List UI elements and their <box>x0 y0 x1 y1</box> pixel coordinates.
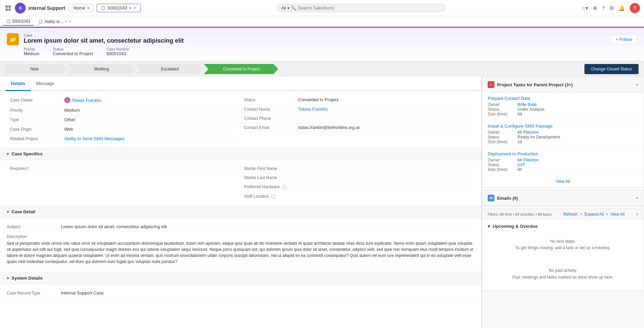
description-field: Description Sed ut perspiciatis unde omn… <box>7 232 474 268</box>
emails-header: ✉ Emails (0) ▾ <box>482 191 644 206</box>
task-prepare-owner-link[interactable]: Brille Babii <box>517 102 537 107</box>
add-icon[interactable]: ⊕ <box>593 5 597 11</box>
status-field: Status Converted to Project ✎ <box>244 95 471 105</box>
task-deployment-size-row: Size (time): 4h <box>488 167 638 172</box>
staff-location-field: Staff Location i ✎ <box>244 192 471 201</box>
task-prepare-owner-row: Owner: Brille Babii <box>488 102 638 107</box>
form-left-column: Case Owner T Tobias Franklin ✎ Priority <box>7 95 241 144</box>
case-owner-link[interactable]: Tobias Franklin <box>72 98 101 103</box>
sub-tab-ability-icon: 📋 <box>38 19 43 24</box>
filter-dropdown[interactable]: ▾ <box>636 212 638 217</box>
starter-first-name-field: Starter First Name ✎ <box>244 164 471 173</box>
sub-tab-icon: 📋 <box>6 19 11 23</box>
case-detail-fields: Subject Lorem ipsum dolor sit amet, cons… <box>0 218 481 272</box>
status-step-new[interactable]: New <box>5 64 66 74</box>
task-prepare-size-row: Size (time): 4d <box>488 112 638 116</box>
sub-tab-case[interactable]: 📋 00001043 <box>3 18 34 26</box>
priority-field: Priority Medium ✎ <box>10 106 237 115</box>
case-header: 📁 Case Lorem ipsum dolor sit amet, conse… <box>0 28 644 61</box>
activity-links: Refresh • Expand All • View All <box>563 212 625 217</box>
task-prepare-status-row: Status: Under Analysis <box>488 107 638 112</box>
activity-widget: Filters: All time • All activities • All… <box>482 209 644 290</box>
preferred-hardware-info[interactable]: i <box>282 185 287 190</box>
tab-message[interactable]: Message <box>31 77 60 91</box>
contact-name-field: Contact Name Tobias Franklin ✎ <box>244 105 471 114</box>
upcoming-title: ▾ Upcoming & Overdue <box>488 224 638 229</box>
no-next-steps: No next steps. To get things moving, add… <box>488 233 638 257</box>
related-project-link[interactable]: Ability to Send SMS Messages <box>64 136 125 141</box>
tab-details[interactable]: Details <box>5 77 31 91</box>
view-all-link[interactable]: View All <box>482 176 644 187</box>
project-tasks-dropdown[interactable]: ▾ <box>636 83 638 87</box>
task-install-link[interactable]: Install & Configure SMS Package <box>488 124 638 129</box>
starter-last-name-field: Starter Last Name ✎ <box>244 173 471 182</box>
panel-tabs: Details Message <box>0 77 481 91</box>
contact-phone-field: Contact Phone ✎ <box>244 114 471 123</box>
activity-filter: Filters: All time • All activities • All… <box>482 209 644 220</box>
status-meta: Status Converted to Project <box>53 47 93 56</box>
system-details-section[interactable]: ▾ System Details <box>0 272 481 284</box>
case-detail-section[interactable]: ▾ Case Detail <box>0 206 481 218</box>
change-closed-status-button[interactable]: Change Closed Status <box>584 64 639 74</box>
case-specifics-chevron: ▾ <box>7 152 9 156</box>
search-input[interactable] <box>298 5 441 10</box>
status-step-working[interactable]: Working <box>67 64 135 74</box>
main-content: Details Message Case Owner T Tobias Fran… <box>0 77 644 328</box>
help-icon[interactable]: ? <box>602 5 605 11</box>
emails-dropdown[interactable]: ▾ <box>636 196 638 200</box>
task-install-owner-link[interactable]: Mr Plikinton <box>517 130 539 135</box>
chevron-upcoming[interactable]: ▾ <box>488 224 490 229</box>
project-tasks-header: ≡ Project Tasks for Parent Project (3+) … <box>482 77 644 92</box>
contact-email-field: Contact Email tobias.franklin@thefrontli… <box>244 123 471 132</box>
nav-tab-case[interactable]: 📋 00001043 ▾ ✕ <box>96 4 141 12</box>
case-specifics-section[interactable]: ▾ Case Specifics <box>0 148 481 160</box>
all-select[interactable]: All ▾ <box>281 6 289 10</box>
case-number-meta: Case Number 00001043 <box>107 47 130 56</box>
nav-tab-close[interactable]: ✕ <box>133 6 136 10</box>
app-logo: S <box>15 3 26 14</box>
nav-tab-home[interactable]: Home ▾ <box>69 4 94 12</box>
case-title: Lorem ipsum dolor sit amet, consectetur … <box>24 37 184 44</box>
case-meta: Priority Medium Status Converted to Proj… <box>24 47 184 56</box>
subject-field: Subject Lorem ipsum dolor sit amet, cons… <box>7 222 474 232</box>
refresh-link[interactable]: Refresh <box>563 212 578 217</box>
preferred-hardware-field: Preferred Hardware i ✎ <box>244 182 471 192</box>
case-icon: 📁 <box>7 33 19 45</box>
task-install-size-row: Size (time): 1d <box>488 139 638 144</box>
view-all-activity-link[interactable]: View All <box>610 212 625 217</box>
case-info: Case Lorem ipsum dolor sit amet, consect… <box>24 33 184 56</box>
type-field: Type Other ✎ <box>10 115 237 125</box>
staff-location-info[interactable]: i <box>271 194 276 199</box>
task-prepare-link[interactable]: Prepare Contact Data <box>488 96 638 101</box>
priority-meta: Priority Medium <box>24 47 39 56</box>
sub-tab-ability-close[interactable]: ✕ <box>69 20 71 23</box>
status-step-escalated[interactable]: Escalated <box>135 64 203 74</box>
follow-button[interactable]: + Follow <box>610 35 637 44</box>
expand-all-link[interactable]: Expand All <box>584 212 604 217</box>
sub-tab-ability-label: Ability to ... <box>44 19 64 24</box>
emails-icon: ✉ <box>488 195 494 201</box>
case-type-label: Case <box>24 33 184 37</box>
case-record-type-field: Case Record Type Internal Support Case ✎ <box>7 288 474 298</box>
settings-icon[interactable]: ⚙ <box>609 5 614 11</box>
contact-name-link[interactable]: Tobias Franklin <box>298 107 328 112</box>
avatar[interactable]: T <box>630 3 640 13</box>
no-past-activity: No past activity. Past meetings and task… <box>488 262 638 286</box>
task-deployment-link[interactable]: Deployment to Production <box>488 151 638 156</box>
upcoming-section: ▾ Upcoming & Overdue No next steps. To g… <box>482 220 644 290</box>
favorites-icon[interactable]: ☆▾ <box>581 5 588 11</box>
case-specifics-left: Requires? ✎ <box>7 164 241 201</box>
task-item-prepare: Prepare Contact Data Owner: Brille Babii… <box>482 92 644 120</box>
task-install-status-row: Status: Ready for Development <box>488 135 638 139</box>
notifications-icon[interactable]: 🔔 <box>619 5 625 11</box>
owner-avatar-icon: T <box>64 97 70 103</box>
case-detail-chevron: ▾ <box>7 210 9 214</box>
case-owner-field: Case Owner T Tobias Franklin ✎ <box>10 95 237 106</box>
task-deployment-owner-link[interactable]: Mr Plikinton <box>517 158 539 162</box>
sub-tab-ability[interactable]: 📋 Ability to ... ▾ ✕ <box>35 18 75 25</box>
project-tasks-widget: ≡ Project Tasks for Parent Project (3+) … <box>482 77 644 188</box>
emails-widget: ✉ Emails (0) ▾ <box>482 190 644 206</box>
grid-icon[interactable] <box>4 4 12 12</box>
task-install-details: Owner: Mr Plikinton Status: Ready for De… <box>488 130 638 144</box>
status-step-converted[interactable]: Converted to Project <box>204 64 278 74</box>
